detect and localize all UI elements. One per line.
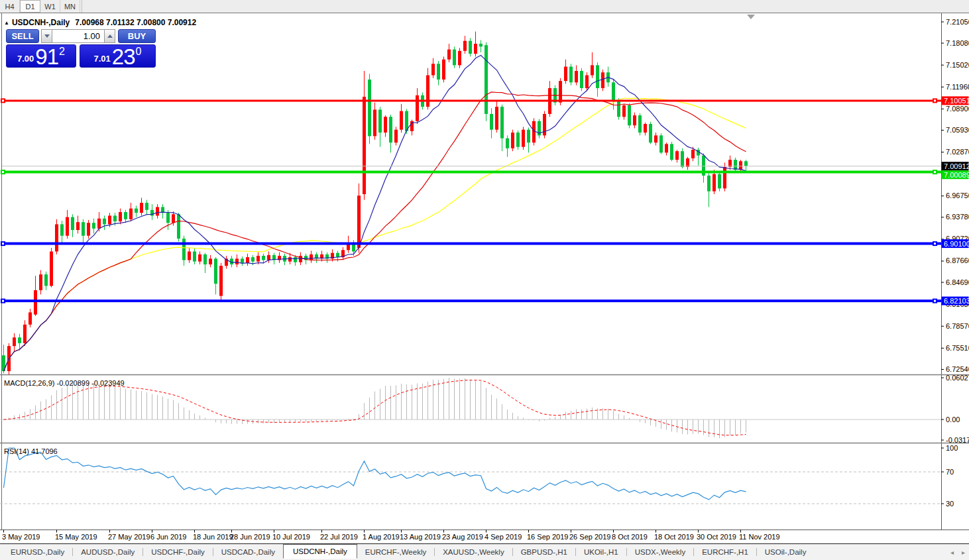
svg-text:8 Oct 2019: 8 Oct 2019: [612, 533, 648, 541]
svg-text:7.18080: 7.18080: [946, 39, 969, 47]
ask-price-big-digits: 23: [112, 46, 135, 67]
chart-tab-usdchf-daily[interactable]: USDCHF-,Daily: [143, 545, 213, 559]
svg-text:18 Oct 2019: 18 Oct 2019: [654, 533, 694, 541]
chart-tab-eurchf-h1[interactable]: EURCHF-,H1: [694, 545, 756, 559]
svg-text:6.90100: 6.90100: [944, 240, 969, 248]
volume-decrease-button[interactable]: [41, 29, 52, 43]
bid-price-prefix: 7.00: [17, 54, 34, 64]
timeframe-button-w1[interactable]: W1: [40, 0, 60, 13]
svg-text:1 Aug 2019: 1 Aug 2019: [363, 533, 400, 541]
chart-tab-eurusd-daily[interactable]: EURUSD-,Daily: [3, 545, 72, 559]
svg-text:30: 30: [946, 500, 954, 508]
svg-text:7.02870: 7.02870: [946, 148, 969, 156]
rsi-value: 41.7096: [31, 447, 58, 455]
chart-tab-gbpusd-h1[interactable]: GBPUSD-,H1: [513, 545, 575, 559]
svg-text:27 May 2019: 27 May 2019: [108, 533, 150, 541]
svg-text:18 Jun 2019: 18 Jun 2019: [193, 533, 233, 541]
svg-text:70: 70: [946, 468, 954, 476]
tabs-scroll-left-button[interactable]: ◂: [950, 549, 954, 556]
chart-tab-usdcnh-daily[interactable]: USDCNH-,Daily: [283, 544, 357, 559]
chart-tab-usoil-daily[interactable]: USOil-,Daily: [757, 545, 815, 559]
svg-text:6 Jun 2019: 6 Jun 2019: [150, 533, 186, 541]
candles-layer: [2, 32, 748, 375]
svg-text:0.060273: 0.060273: [946, 374, 969, 382]
chart-title: ▲USDCNH-,Daily7.00968 7.01132 7.00800 7.…: [4, 18, 196, 27]
chart-ohlc-values: 7.00968 7.01132 7.00800 7.00912: [75, 18, 196, 27]
timeframe-button-h4[interactable]: H4: [0, 0, 20, 13]
toolbar-separator: [82, 0, 82, 13]
chart-tab-bar: EURUSD-,DailyAUDUSD-,DailyUSDCHF-,DailyU…: [0, 544, 969, 560]
triangle-down-icon: [44, 34, 50, 38]
svg-text:22 Jul 2019: 22 Jul 2019: [320, 533, 358, 541]
svg-text:6.82103: 6.82103: [944, 297, 969, 305]
chart-tab-usdcad-daily[interactable]: USDCAD-,Daily: [213, 545, 283, 559]
chart-tab-audusd-daily[interactable]: AUDUSD-,Daily: [73, 545, 142, 559]
svg-text:100: 100: [946, 444, 958, 452]
svg-text:13 Aug 2019: 13 Aug 2019: [400, 533, 441, 541]
tab-scroll-arrows: ◂ ▸: [950, 544, 965, 560]
svg-text:15 May 2019: 15 May 2019: [55, 533, 97, 541]
svg-text:6.96750: 6.96750: [946, 192, 969, 199]
bid-price-big-digits: 91: [35, 46, 58, 67]
timeframe-toolbar: H4D1W1MN: [0, 0, 969, 13]
timeframe-button-mn[interactable]: MN: [60, 0, 80, 13]
macd-name: MACD(12,26,9): [4, 379, 54, 387]
svg-text:6.75510: 6.75510: [946, 344, 969, 352]
svg-text:23 Aug 2019: 23 Aug 2019: [442, 533, 483, 541]
bid-price-pipette: 2: [59, 46, 65, 58]
chart-tab-usdx-weekly[interactable]: USDX-,Weekly: [627, 545, 693, 559]
svg-text:7.08900: 7.08900: [946, 105, 969, 113]
volume-increase-button[interactable]: [104, 29, 115, 43]
ask-price-prefix: 7.01: [94, 54, 111, 64]
svg-text:7.05930: 7.05930: [946, 126, 969, 134]
macd-panel: 0.0602730.00-0.031725: [0, 374, 969, 444]
svg-text:10 Jul 2019: 10 Jul 2019: [272, 533, 310, 541]
chart-tab-ukoil-h1[interactable]: UKOil-,H1: [576, 545, 626, 559]
buy-button[interactable]: BUY: [118, 29, 156, 43]
chart-area[interactable]: 7.210507.180807.150207.119607.089007.059…: [0, 13, 969, 545]
one-click-trading-panel: SELL BUY 7.00 91 2 7.01 23 0: [6, 29, 156, 68]
svg-text:7.21050: 7.21050: [946, 18, 969, 26]
svg-text:7.00912: 7.00912: [944, 162, 969, 170]
collapse-panel-arrow-icon[interactable]: ▲: [4, 20, 9, 26]
chart-shift-marker-icon: [747, 15, 755, 19]
chart-tab-eurchf-weekly[interactable]: EURCHF-,Weekly: [357, 545, 434, 559]
svg-text:4 Sep 2019: 4 Sep 2019: [484, 533, 522, 541]
svg-text:6.87660: 6.87660: [946, 256, 969, 264]
svg-text:6.72540: 6.72540: [946, 365, 969, 373]
price-axis[interactable]: 7.210507.180807.150207.119607.089007.059…: [941, 18, 969, 373]
rsi-panel: 1007030: [0, 444, 958, 508]
svg-text:28 Jun 2019: 28 Jun 2019: [230, 533, 270, 541]
bid-price-display[interactable]: 7.00 91 2: [6, 44, 76, 68]
svg-text:6.78570: 6.78570: [946, 322, 969, 330]
svg-text:6.93780: 6.93780: [946, 213, 969, 221]
rsi-indicator-label: RSI(14) 41.7096: [4, 447, 58, 455]
sell-button[interactable]: SELL: [6, 29, 39, 43]
mt4-window: H4D1W1MN 7.210507.180807.150207.119607.0…: [0, 0, 969, 560]
chart-tabs: EURUSD-,DailyAUDUSD-,DailyUSDCHF-,DailyU…: [0, 544, 814, 560]
svg-text:7.00089: 7.00089: [944, 171, 969, 179]
date-axis[interactable]: 3 May 201915 May 201927 May 20196 Jun 20…: [2, 530, 780, 541]
price-chart-canvas[interactable]: 7.210507.180807.150207.119607.089007.059…: [0, 13, 969, 543]
svg-text:-0.031725: -0.031725: [946, 436, 969, 444]
svg-text:7.15020: 7.15020: [946, 61, 969, 69]
macd-values: -0.020899 -0.023949: [56, 379, 124, 387]
triangle-up-icon: [107, 34, 113, 38]
chart-symbol-label: USDCNH-,Daily: [12, 18, 70, 27]
svg-text:6.84690: 6.84690: [946, 278, 969, 286]
svg-text:26 Sep 2019: 26 Sep 2019: [569, 533, 610, 541]
svg-text:16 Sep 2019: 16 Sep 2019: [527, 533, 568, 541]
ask-price-display[interactable]: 7.01 23 0: [80, 44, 156, 68]
timeframe-button-d1[interactable]: D1: [20, 0, 40, 13]
macd-indicator-label: MACD(12,26,9) -0.020899 -0.023949: [4, 379, 125, 387]
volume-input[interactable]: [52, 29, 104, 43]
svg-text:7.10051: 7.10051: [944, 97, 969, 105]
rsi-name: RSI(14): [4, 447, 29, 455]
svg-text:7.11960: 7.11960: [946, 83, 969, 91]
svg-text:3 May 2019: 3 May 2019: [2, 533, 40, 541]
svg-text:11 Nov 2019: 11 Nov 2019: [739, 533, 780, 541]
chart-tab-xauusd-weekly[interactable]: XAUUSD-,Weekly: [435, 545, 512, 559]
tabs-scroll-right-button[interactable]: ▸: [962, 549, 965, 556]
svg-text:30 Oct 2019: 30 Oct 2019: [697, 533, 736, 541]
rsi-line: [4, 448, 746, 500]
